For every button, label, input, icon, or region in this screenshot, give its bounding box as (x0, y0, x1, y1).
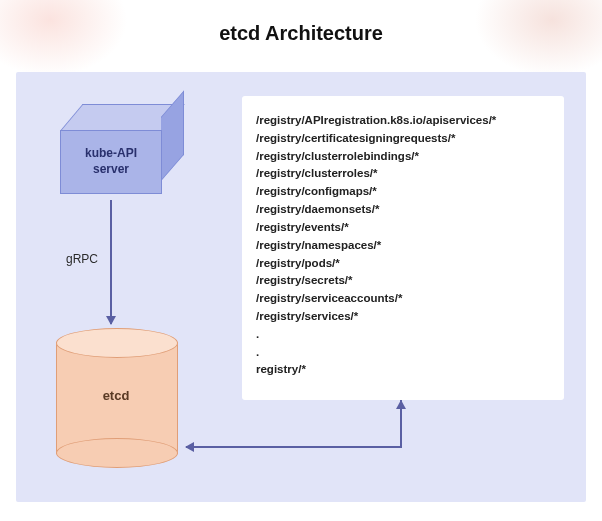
registry-path-line: /registry/secrets/* (256, 272, 550, 290)
registry-path-line: /registry/services/* (256, 308, 550, 326)
registry-path-line: /registry/certificatesigningrequests/* (256, 130, 550, 148)
arrow-kubeapi-to-etcd (110, 200, 112, 324)
registry-path-line: . (256, 326, 550, 344)
etcd-store-node: etcd (56, 328, 176, 468)
registry-path-line: . (256, 344, 550, 362)
registry-path-line: /registry/APIregistration.k8s.io/apiserv… (256, 112, 550, 130)
protocol-label: gRPC (66, 252, 98, 266)
registry-path-line: registry/* (256, 361, 550, 379)
registry-path-line: /registry/clusterroles/* (256, 165, 550, 183)
cylinder-bottom (56, 438, 178, 468)
diagram-title: etcd Architecture (0, 22, 602, 45)
registry-path-line: /registry/events/* (256, 219, 550, 237)
arrow-panel-to-etcd-vertical (400, 400, 402, 446)
registry-path-line: /registry/pods/* (256, 255, 550, 273)
arrow-panel-to-etcd-horizontal (186, 446, 402, 448)
registry-path-line: /registry/daemonsets/* (256, 201, 550, 219)
cylinder-top (56, 328, 178, 358)
etcd-label: etcd (56, 388, 176, 403)
diagram-canvas: kube-APIserver gRPC etcd /registry/APIre… (16, 72, 586, 502)
registry-path-line: /registry/namespaces/* (256, 237, 550, 255)
registry-path-line: /registry/configmaps/* (256, 183, 550, 201)
registry-keys-panel: /registry/APIregistration.k8s.io/apiserv… (242, 96, 564, 400)
registry-path-line: /registry/serviceaccounts/* (256, 290, 550, 308)
registry-path-line: /registry/clusterrolebindings/* (256, 148, 550, 166)
kube-api-server-label: kube-APIserver (60, 130, 162, 194)
kube-api-server-node: kube-APIserver (60, 104, 186, 200)
